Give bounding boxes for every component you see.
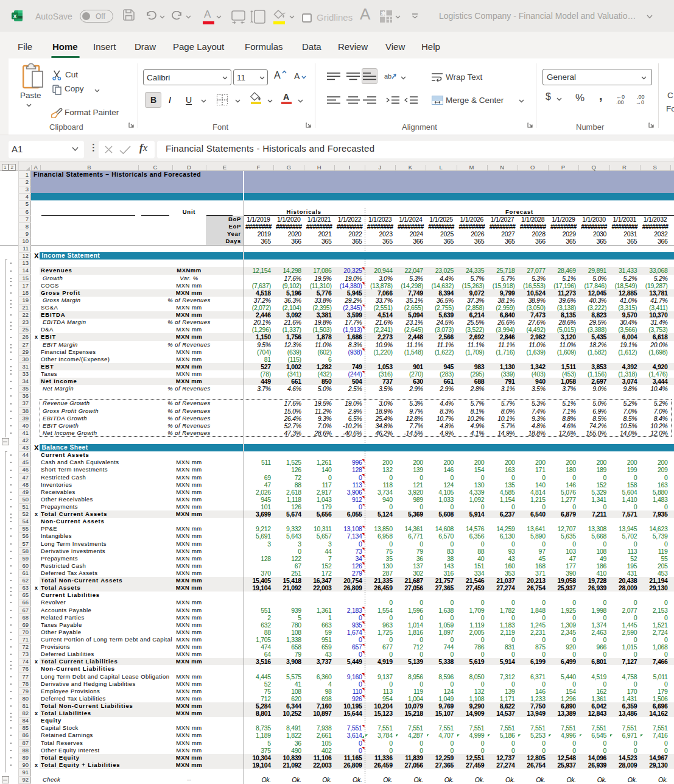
svg-text:→0: →0 — [636, 99, 644, 104]
svg-text:ab: ab — [384, 72, 391, 80]
svg-text:✱: ✱ — [381, 10, 386, 17]
svg-text:X: X — [13, 13, 16, 19]
svg-text:.00: .00 — [616, 99, 624, 104]
